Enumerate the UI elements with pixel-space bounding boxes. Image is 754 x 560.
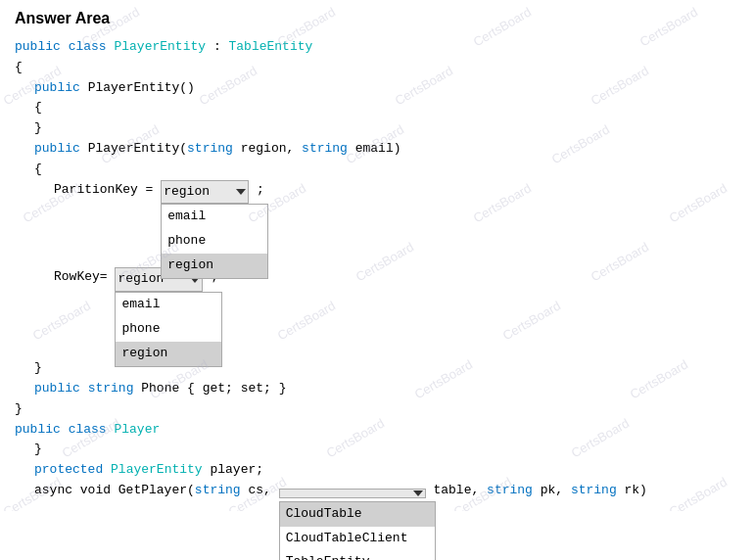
- keyword-class2: class: [69, 420, 107, 441]
- brace5: }: [34, 358, 42, 379]
- keyword-string5: string: [487, 481, 533, 501]
- code-line-1: public class PlayerEntity : TableEntity: [15, 37, 739, 58]
- keyword-string3: string: [88, 379, 134, 399]
- rowkey-label: RowKey=: [54, 267, 115, 288]
- brace7: }: [34, 440, 42, 460]
- code-line-rowkey: RowKey= region email phone region ;: [15, 267, 739, 292]
- keyword-string4: string: [195, 481, 241, 501]
- dropdown2-option-email[interactable]: email: [116, 293, 221, 317]
- keyword-protected: protected: [34, 460, 103, 481]
- dropdown3-selected[interactable]: [279, 489, 426, 498]
- dropdown1-option-email[interactable]: email: [162, 205, 267, 229]
- code-line-constructor1: public PlayerEntity(): [15, 78, 739, 99]
- code-line-player-class: public class Player: [15, 420, 739, 441]
- partitionkey-semicolon: ;: [249, 180, 264, 201]
- phone-prop: Phone { get; set; }: [141, 379, 286, 399]
- dropdown1-arrow-icon: [236, 189, 246, 195]
- code-line-phone: public string Phone { get; set; }: [15, 379, 739, 399]
- page-title: Answer Area: [15, 10, 739, 27]
- player-field: player;: [210, 460, 263, 481]
- code-line-brace7: }: [15, 440, 739, 460]
- keyword-string2: string: [302, 139, 348, 160]
- code-line-getplayer: async void GetPlayer(string cs, CloudTab…: [15, 481, 739, 501]
- code-line-constructor2: public PlayerEntity(string region, strin…: [15, 139, 739, 160]
- dropdown1-value: region: [164, 182, 232, 203]
- keyword-string6: string: [571, 481, 617, 501]
- code-block: public class PlayerEntity : TableEntity …: [15, 37, 739, 501]
- code-line-protected: protected PlayerEntity player;: [15, 460, 739, 481]
- classname-playerentity2: PlayerEntity: [111, 460, 203, 481]
- partitionkey-label: ParitionKey =: [54, 180, 161, 201]
- dropdown2-option-region[interactable]: region: [116, 342, 221, 366]
- keyword-public4: public: [34, 379, 80, 399]
- code-line-brace4: {: [15, 160, 739, 180]
- keyword-public5: public: [15, 420, 61, 441]
- classname-tableentity: TableEntity: [228, 37, 312, 58]
- code-line-brace6: }: [15, 399, 739, 420]
- param-region: region,: [241, 139, 295, 160]
- code-line-brace2: {: [15, 98, 739, 118]
- constructor1-name: PlayerEntity(): [88, 78, 195, 99]
- dropdown3-container[interactable]: CloudTable CloudTableClient TableEntity …: [279, 481, 426, 501]
- brace3: }: [34, 118, 42, 139]
- keyword-public2: public: [34, 78, 80, 99]
- dropdown3-option-cloudtable[interactable]: CloudTable: [280, 502, 435, 527]
- brace2: {: [34, 98, 42, 118]
- dropdown1-selected[interactable]: region: [161, 180, 249, 205]
- dropdown2-option-phone[interactable]: phone: [116, 317, 221, 342]
- brace6: }: [15, 399, 23, 420]
- table-param: table,: [426, 481, 487, 501]
- dropdown1-container[interactable]: region email phone region: [161, 180, 249, 205]
- dropdown3-list: CloudTable CloudTableClient TableEntity …: [279, 501, 436, 560]
- async-void: async void GetPlayer(: [34, 481, 195, 501]
- dropdown1-list: email phone region: [161, 204, 268, 278]
- page: CertsBoard CertsBoard CertsBoard CertsBo…: [0, 0, 754, 511]
- param-email: email): [355, 139, 401, 160]
- cs-param: cs,: [241, 481, 279, 501]
- dropdown3-option-cloudtableclient[interactable]: CloudTableClient: [280, 527, 435, 551]
- dropdown1-option-region[interactable]: region: [162, 254, 267, 278]
- rk-param: rk): [617, 481, 647, 501]
- brace4: {: [34, 160, 42, 180]
- dropdown3-option-tableentity[interactable]: TableEntity: [280, 550, 435, 560]
- pk-param: pk,: [533, 481, 571, 501]
- keyword-class: class: [69, 37, 107, 58]
- dropdown1-option-phone[interactable]: phone: [162, 229, 267, 254]
- keyword-string1: string: [187, 139, 233, 160]
- dropdown3-arrow-icon: [413, 490, 423, 496]
- code-line-brace-open: {: [15, 58, 739, 78]
- brace-open: {: [15, 58, 23, 78]
- constructor2-name: PlayerEntity(: [88, 139, 187, 160]
- keyword-public3: public: [34, 139, 80, 160]
- dropdown2-list: email phone region: [115, 292, 222, 366]
- keyword-public: public: [15, 37, 61, 58]
- code-line-brace3: }: [15, 118, 739, 139]
- code-line-partitionkey: ParitionKey = region email phone region …: [15, 180, 739, 205]
- classname-player: Player: [114, 420, 160, 441]
- classname-playerentity: PlayerEntity: [114, 37, 206, 58]
